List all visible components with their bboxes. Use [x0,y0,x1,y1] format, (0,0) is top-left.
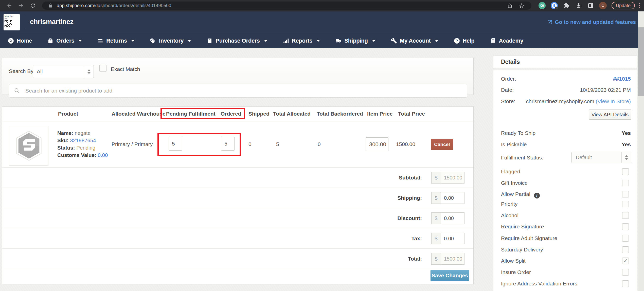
share-icon[interactable] [506,1,514,10]
main-nav: Home Orders Returns Inventory [0,33,644,48]
nav-purchase-orders[interactable]: Purchase Orders [199,33,275,48]
reports-icon [283,38,289,44]
external-link-icon [547,20,552,25]
save-changes-button[interactable]: Save Changes [431,270,469,281]
nav-shipping-label: Shipping [344,38,368,44]
extensions-puzzle-icon[interactable] [562,1,571,10]
fulfillment-status-label: Fulfillment Status: [501,155,543,161]
checkbox[interactable] [622,212,629,219]
order-label: Order: [501,76,516,82]
checkbox-label: Allow Split [501,258,526,264]
search-by-select[interactable]: All [33,65,94,78]
bookmark-star-icon[interactable] [517,1,526,10]
is-pickable-label: Is Pickable [501,141,527,148]
product-image [9,126,48,166]
checkbox[interactable] [622,168,629,175]
select-stepper-icon [84,65,94,78]
checkbox[interactable] [622,201,629,207]
view-in-store-link[interactable]: (View In Store) [596,98,631,104]
nav-orders[interactable]: Orders [40,33,90,48]
checkbox[interactable] [622,246,629,253]
svg-text:?: ? [456,39,458,43]
sku-label: Sku: [57,137,68,143]
search-by-selected-value: All [37,68,43,75]
product-search-input[interactable] [9,84,467,98]
order-date-row: Date: 10/19/2023 02:21 PM [501,87,631,93]
qr-code-icon [5,20,12,27]
reload-icon[interactable] [28,1,37,10]
checkbox[interactable] [622,235,629,242]
new-features-link[interactable]: Go to new and updated features [547,19,636,25]
nav-inventory[interactable]: Inventory [142,33,199,48]
new-features-label: Go to new and updated features [555,19,636,25]
download-icon[interactable] [574,1,583,10]
date-label: Date: [501,87,514,93]
info-icon: i [534,193,540,198]
side-panel-icon[interactable] [586,1,595,10]
currency-symbol: $ [431,212,441,224]
returns-icon [97,38,104,44]
tax-input[interactable] [441,233,464,244]
logo-text: Mexcha [5,15,19,17]
col-shipped: Shipped [248,111,270,117]
chevron-down-icon [264,40,267,42]
profile-avatar[interactable]: C [599,1,607,10]
detail-checkbox-row: Alcohol [501,212,629,219]
discount-row: Discount: $ [2,208,473,228]
tax-row: Tax: $ [2,228,473,249]
shipped-cell: 0 [248,141,252,147]
nav-academy[interactable]: Academy [482,33,531,48]
checkbox-label: Gift Invoice [501,180,528,186]
checkbox[interactable] [622,191,629,197]
item-price-input[interactable] [366,137,388,151]
ordered-input[interactable] [221,137,235,151]
nav-returns[interactable]: Returns [90,33,142,48]
browser-update-button[interactable]: Update [612,2,635,9]
detail-checkbox-row: Flagged [501,168,629,175]
nav-home-label: Home [17,38,32,44]
password-manager-icon[interactable] [550,1,559,10]
detail-checkbox-row: Ignore Address Validation Errors [501,280,629,287]
checkbox[interactable]: ✓ [622,258,629,264]
order-number: ##1015 [613,76,631,82]
scrollbar-thumb[interactable] [638,27,644,96]
customs-value-link[interactable]: 0.00 [98,152,108,158]
checkbox[interactable] [622,180,629,186]
browser-menu-icon[interactable]: ⋮ [637,4,642,7]
app-header: Mexcha 05 chrismartinez Go to new and up… [0,11,644,33]
shipping-label: Shipping: [397,195,422,201]
col-product: Product [58,111,78,117]
checkbox-label: Ignore Address Validation Errors [501,281,577,287]
currency-symbol: $ [431,253,441,265]
nav-my-account[interactable]: My Account [383,33,446,48]
checkbox-label: Flagged [501,169,520,175]
nav-inventory-label: Inventory [159,38,184,44]
detail-checkbox-row: Allow Partiali [501,191,629,197]
discount-input[interactable] [441,212,464,224]
chevron-down-icon [131,40,135,42]
checkbox[interactable] [622,280,629,287]
nav-shipping[interactable]: Shipping [328,33,383,48]
nav-home[interactable]: Home [0,33,40,48]
table-header-row: Product Allocated Warehouse Pending Fulf… [2,107,473,121]
nav-reports[interactable]: Reports [275,33,328,48]
nav-help[interactable]: ? Help [446,33,482,48]
nav-academy-label: Academy [499,38,523,44]
subtotal-row: Subtotal: $ [2,168,473,188]
total-price-cell: 1500.00 [396,141,415,147]
view-api-details-button[interactable]: View API Details [589,110,631,120]
back-icon[interactable] [5,1,14,10]
ready-to-ship-row: Ready To Ship Yes [501,130,631,136]
exact-match-checkbox[interactable] [99,65,106,72]
checkbox[interactable] [622,223,629,230]
forward-icon[interactable] [17,1,25,10]
purchase-orders-icon [206,38,213,44]
url-bar[interactable]: app.shiphero.com/dashboard/orders/detail… [42,2,531,10]
cancel-item-button[interactable]: Cancel [431,139,453,150]
pending-fulfillment-input[interactable] [169,137,182,151]
checkbox[interactable] [622,269,629,276]
shipping-input[interactable] [441,192,464,204]
grammarly-icon[interactable]: G [538,1,546,10]
fulfillment-status-select[interactable]: Default [571,152,631,163]
sku-link[interactable]: 321987654 [70,137,96,143]
